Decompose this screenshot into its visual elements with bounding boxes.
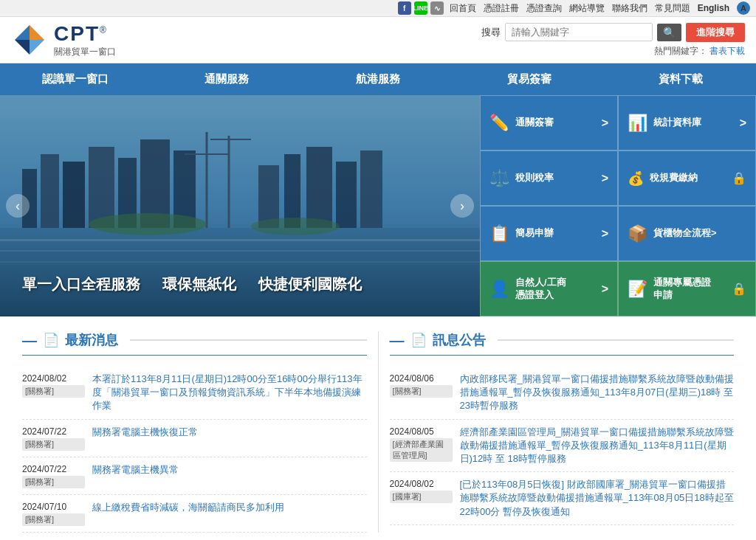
header: CPT ® 關港貿單一窗口 搜尋 🔍 進階搜尋 熱門關鍵字： 書表下載 [0,17,756,63]
contact-link[interactable]: 聯絡我們 [612,2,647,15]
news-date-1: 2024/08/02 [關務署] [22,373,85,413]
qa-tariff[interactable]: ⚖️ 稅則稅率 > [480,150,618,206]
qa-cert-apply-arrow: 🔒 [732,282,746,296]
news-date-4: 2024/07/10 [關務署] [22,501,85,526]
hero-text-1: 單一入口全程服務 [22,274,140,294]
social-icons: f LINE ∿ [398,1,444,15]
announcement-title: — 📄 訊息公告 [390,331,735,356]
news-date-2: 2024/07/22 [關務署] [22,426,85,451]
nav-item-port[interactable]: 航港服務 [303,63,454,95]
qa-simple-label: 簡易申辦 [515,227,596,240]
qa-cert-login[interactable]: 👤 自然人/工商 憑證登入 > [480,261,618,316]
news-link-1[interactable]: 本署訂於113年8月11日(星期日)12時00分至16時00分舉行113年度「關… [92,373,367,413]
ann-link-1[interactable]: 內政部移民署_關港貿單一窗口備援措施聯繫系統故障暨啟動備援措施通報單_暫停及恢復… [460,373,735,413]
ann-doc-icon: 📄 [410,332,427,348]
search-input[interactable] [505,23,653,41]
news-doc-icon: 📄 [43,332,59,348]
qa-customs-icon: ✏️ [489,114,509,133]
announcement-col: — 📄 訊息公告 2024/08/06 [關務署] 內政部移民署_關港貿單一窗口… [378,331,746,533]
wifi-icon[interactable]: ∿ [430,1,444,15]
hot-keyword-link[interactable]: 書表下載 [709,46,745,56]
search-row: 搜尋 🔍 進階搜尋 [481,23,745,42]
ann-link-3[interactable]: [已於113年08月5日恢復] 財政部國庫署_關港貿單一窗口備援措施聯繫系統故障… [460,478,735,519]
news-link-4[interactable]: 線上繳稅費省時減碳，海關籲請商民多加利用 [92,501,284,526]
ann-date-3: 2024/08/02 [國庫署] [390,478,453,519]
logo-cpt-text: CPT [54,22,100,46]
news-title-bar: — [22,332,37,349]
qa-tariff-icon: ⚖️ [489,169,509,188]
advanced-search-button[interactable]: 進階搜尋 [686,23,745,42]
facebook-icon[interactable]: f [398,1,411,15]
qa-tax-icon: 💰 [628,170,644,187]
news-tag-4: [關務署] [22,513,85,526]
search-icon-button[interactable]: 🔍 [657,24,681,41]
nav-item-download[interactable]: 資料下載 [605,63,756,95]
ann-item-2: 2024/08/05 [經濟部產業園區管理局] 經濟部產業園區管理局_關港貿單一… [390,420,735,473]
quick-access-grid: ✏️ 通關簽審 > 📊 統計資料庫 > ⚖️ 稅則稅率 > 💰 稅規費繳納 🔒 … [480,95,756,316]
logo-text-area: CPT ® 關港貿單一窗口 [54,22,116,58]
qa-tax-payment[interactable]: 💰 稅規費繳納 🔒 [618,150,756,206]
ann-link-2[interactable]: 經濟部產業園區管理局_關港貿單一窗口備援措施聯繫系統故障暨啟動備援措施通報單_暫… [460,426,735,466]
news-link-3[interactable]: 關務署電腦主機異常 [92,463,179,488]
ann-item-1: 2024/08/06 [關務署] 內政部移民署_關港貿單一窗口備援措施聯繫系統故… [390,367,735,420]
home-link[interactable]: 回首頁 [450,2,476,15]
qa-stats-arrow: > [740,117,746,130]
hero-text-3: 快捷便利國際化 [258,274,362,294]
ann-tag-2: [經濟部產業園區管理局] [390,438,453,462]
qa-tax-arrow: 🔒 [732,171,746,185]
ann-date-text-3: 2024/08/02 [390,479,434,489]
sitemap-link[interactable]: 網站導覽 [569,2,605,15]
nav-item-trade[interactable]: 貿易簽審 [453,63,605,95]
ann-date-text-2: 2024/08/05 [390,426,434,437]
qa-simple-icon: 📋 [489,224,509,243]
ann-title-bar: — [390,332,405,349]
news-link-2[interactable]: 關務署電腦主機恢復正常 [92,426,198,451]
nav-item-intro[interactable]: 認識單一窗口 [0,63,151,95]
svg-marker-0 [15,25,30,40]
qa-customs-clearance[interactable]: ✏️ 通關簽審 > [480,95,618,150]
news-date-text-1: 2024/08/02 [22,373,66,384]
cert-register-link[interactable]: 憑證註冊 [484,2,519,15]
news-item-1: 2024/08/02 [關務署] 本署訂於113年8月11日(星期日)12時00… [22,367,367,420]
ann-date-2: 2024/08/05 [經濟部產業園區管理局] [390,426,453,466]
latest-news-title: — 📄 最新消息 [22,331,367,356]
nav-item-customs[interactable]: 通關服務 [151,63,303,95]
news-title-line [130,339,367,341]
qa-container[interactable]: 📦 貨櫃物全流程> [618,206,756,261]
hero-next-button[interactable]: › [450,194,474,218]
qa-cert-label: 自然人/工商 憑證登入 [515,277,596,302]
qa-cert-apply[interactable]: 📝 通關專屬憑證 申請 🔒 [618,261,756,316]
search-label: 搜尋 [481,26,501,39]
news-item-3: 2024/07/22 [關務署] 關務署電腦主機異常 [22,457,367,495]
hero-prev-button[interactable]: ‹ [6,194,30,218]
qa-statistics[interactable]: 📊 統計資料庫 > [618,95,756,150]
news-date-text-3: 2024/07/22 [22,464,66,474]
logo-area: CPT ® 關港貿單一窗口 [11,21,116,58]
qa-customs-label: 通關簽審 [515,117,596,129]
faq-link[interactable]: 常見問題 [655,2,690,15]
user-badge[interactable]: A [737,1,750,15]
qa-tariff-arrow: > [602,172,608,185]
hero-text: 單一入口全程服務 環保無紙化 快捷便利國際化 [22,274,362,294]
qa-cert-arrow: > [602,283,608,296]
search-area: 搜尋 🔍 進階搜尋 熱門關鍵字： 書表下載 [481,23,745,58]
qa-cert-icon: 👤 [489,280,509,299]
hero-text-2: 環保無紙化 [162,274,236,294]
ann-date-1: 2024/08/06 [關務署] [390,373,453,413]
cert-query-link[interactable]: 憑證查詢 [526,2,562,15]
qa-simple-apply[interactable]: 📋 簡易申辦 > [480,206,618,261]
line-icon[interactable]: LINE [414,1,427,15]
svg-marker-1 [30,25,44,40]
ann-title-line [498,339,735,341]
hero-section: 單一入口全程服務 環保無紙化 快捷便利國際化 ‹ › ✏️ 通關簽審 > 📊 統… [0,95,756,316]
ann-tag-3: [國庫署] [390,491,453,503]
main-nav: 認識單一窗口 通關服務 航港服務 貿易簽審 資料下載 [0,63,756,95]
top-bar: f LINE ∿ 回首頁 憑證註冊 憑證查詢 網站導覽 聯絡我們 常見問題 En… [0,0,756,17]
news-item-4: 2024/07/10 [關務署] 線上繳稅費省時減碳，海關籲請商民多加利用 [22,495,367,533]
english-link[interactable]: English [698,3,729,13]
qa-stats-icon: 📊 [628,114,647,133]
logo-diamond [11,21,48,58]
ann-item-3: 2024/08/02 [國庫署] [已於113年08月5日恢復] 財政部國庫署_… [390,472,735,525]
hero-slider: 單一入口全程服務 環保無紙化 快捷便利國際化 ‹ › [0,95,480,316]
qa-tax-label: 稅規費繳納 [650,172,726,184]
